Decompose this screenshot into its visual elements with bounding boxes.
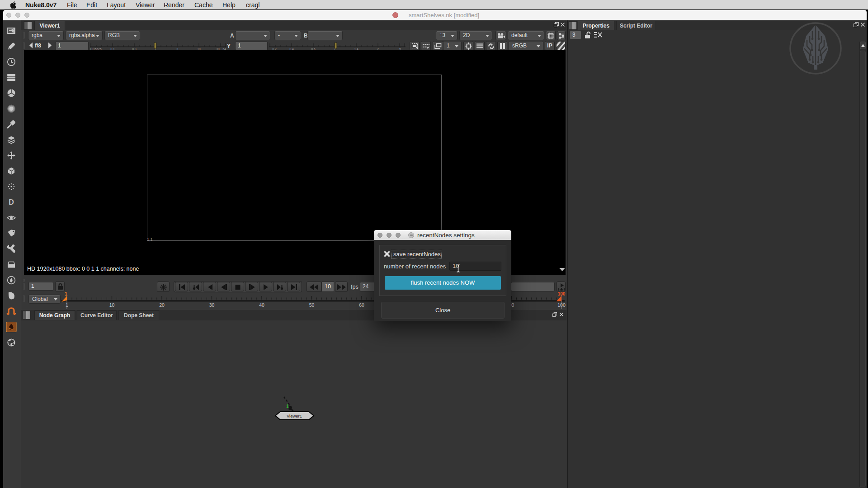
svg-text:100: 100 (558, 292, 566, 296)
svg-text:30: 30 (209, 302, 215, 308)
svg-text:1: 1 (286, 404, 289, 409)
svg-text:D: D (9, 198, 14, 206)
svg-text:Viewer1: Viewer1 (287, 413, 302, 418)
svg-text:1: 1 (65, 292, 67, 296)
svg-text:50: 50 (309, 302, 315, 308)
svg-text:10: 10 (109, 302, 115, 308)
svg-text:40: 40 (259, 302, 264, 308)
svg-text:20: 20 (159, 302, 165, 308)
svg-text:60: 60 (359, 302, 364, 308)
